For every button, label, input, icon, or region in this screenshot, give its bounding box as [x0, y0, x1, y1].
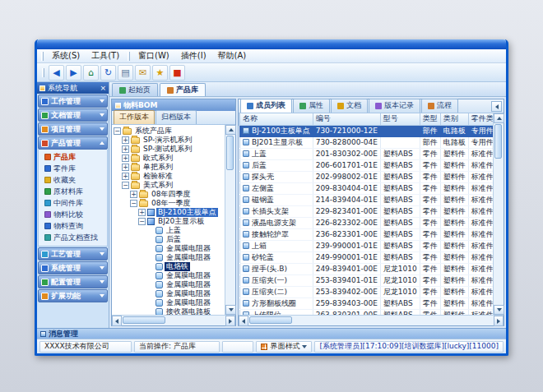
- sidebar-group-7[interactable]: 配置管理: [38, 275, 108, 288]
- list-view-button[interactable]: ▤: [118, 65, 133, 81]
- expander-plus-icon[interactable]: +: [122, 164, 129, 171]
- sidebar-group-3[interactable]: 项目管理: [38, 122, 108, 136]
- mail-button[interactable]: ✉: [135, 65, 151, 81]
- table-row[interactable]: 液晶电源支架226-823302-00E塑料ABS零件塑料件标准件外协条: [239, 217, 494, 228]
- sidebar-item[interactable]: 原材料库: [39, 186, 107, 197]
- table-vertical-scrollbar[interactable]: [493, 113, 504, 315]
- tree-node[interactable]: −美式系列: [112, 181, 225, 190]
- scroll-down-icon[interactable]: [494, 305, 504, 315]
- table-row[interactable]: BJ201主显示板730-828000-04E部件电路板专用件外协颗: [239, 136, 494, 148]
- tree-node[interactable]: +欧式系列: [112, 154, 225, 163]
- column-header-6[interactable]: 零件类型: [468, 113, 493, 125]
- scroll-down-icon[interactable]: [225, 305, 236, 315]
- sidebar-group-6[interactable]: 系统管理: [38, 261, 108, 274]
- column-header-4[interactable]: 类型: [420, 113, 440, 125]
- table-row[interactable]: 长插头支架229-823401-00E塑料ABS零件塑料件标准件外协条: [239, 205, 494, 217]
- menu-item-3[interactable]: 窗口(W): [132, 49, 175, 62]
- sidebar-group-8[interactable]: 扩展功能: [38, 289, 108, 302]
- tree-node[interactable]: −系统产品库: [112, 127, 225, 136]
- sidebar-item[interactable]: 物料比较: [39, 209, 107, 220]
- refresh-button[interactable]: ↻: [100, 65, 116, 81]
- tree-node[interactable]: 金属膜电阻器: [112, 253, 225, 262]
- tree-node[interactable]: 金属膜电阻器: [112, 280, 225, 289]
- tree-node[interactable]: +检验标准: [112, 172, 225, 181]
- sidebar-group-2[interactable]: 文档管理: [38, 108, 108, 122]
- tree-node[interactable]: 接收器电路板: [112, 307, 225, 315]
- sidebar-item[interactable]: 产品文档查找: [39, 232, 107, 243]
- scroll-up-icon[interactable]: [494, 113, 504, 123]
- table-row[interactable]: 上箱239-990001-01E塑料ABS零件塑料件标准件外协条: [239, 240, 494, 251]
- tree-node[interactable]: 金属膜电阻器: [112, 289, 225, 298]
- back-button[interactable]: ◀: [49, 65, 64, 81]
- tree-node[interactable]: 后盖: [112, 235, 225, 244]
- collapse-panel-button[interactable]: [491, 101, 502, 112]
- scroll-right-icon[interactable]: [225, 316, 235, 326]
- expander-minus-icon[interactable]: −: [130, 200, 137, 207]
- tree-node[interactable]: −BJ20主显示板: [112, 217, 225, 226]
- tree-horizontal-scrollbar[interactable]: [112, 315, 235, 325]
- tree-node[interactable]: 电烙铁: [112, 262, 225, 271]
- column-header-3[interactable]: 型号: [380, 113, 420, 125]
- sidebar-item[interactable]: 物料查询: [39, 220, 107, 232]
- table-scrollbar-thumb[interactable]: [494, 124, 502, 159]
- expander-plus-icon[interactable]: +: [122, 173, 129, 180]
- window-titlebar[interactable]: [37, 39, 506, 49]
- table-row[interactable]: BJ-2100主板单点730-721000-12E部件电路板专用件外协: [239, 125, 494, 136]
- detail-tab-4[interactable]: 版本记录: [369, 99, 420, 113]
- tree-node[interactable]: +SP-演示机系列: [112, 136, 225, 145]
- table-horizontal-scrollbar[interactable]: [239, 315, 504, 325]
- tree-node[interactable]: +SP-测试机系列: [112, 145, 225, 154]
- table-row[interactable]: 后盖206-601701-01E塑料ABS零件塑料件标准件外协条: [239, 159, 494, 171]
- expander-minus-icon[interactable]: −: [138, 218, 146, 225]
- table-row[interactable]: 接触轮护罩236-823301-00E塑料ABS零件塑料件标准件外协条: [239, 228, 494, 240]
- expander-plus-icon[interactable]: +: [122, 145, 129, 153]
- menu-item-5[interactable]: 帮助(A): [212, 49, 253, 62]
- forward-button[interactable]: ▶: [66, 65, 81, 81]
- favorite-button[interactable]: ★: [152, 65, 168, 81]
- detail-tab-1[interactable]: 成员列表: [240, 99, 292, 113]
- column-header-2[interactable]: 编号: [313, 113, 380, 125]
- scroll-left-icon[interactable]: [239, 316, 248, 326]
- expander-plus-icon[interactable]: +: [122, 154, 129, 162]
- sidebar-group-1[interactable]: 工作管理: [38, 95, 108, 108]
- tree-node[interactable]: +单把系列: [112, 163, 225, 172]
- sidebar-group-5[interactable]: 工艺管理: [38, 247, 108, 261]
- scroll-left-icon[interactable]: [112, 316, 122, 326]
- expander-plus-icon[interactable]: +: [130, 191, 137, 198]
- table-row[interactable]: 方形翻板线圈259-839403-00E塑料ABS零件塑料件标准件外协条: [239, 297, 494, 309]
- tree-scrollbar-thumb[interactable]: [226, 136, 234, 170]
- menu-item-4[interactable]: 插件(I): [175, 49, 212, 62]
- doc-tab-1[interactable]: 起始页: [112, 83, 158, 96]
- scroll-up-icon[interactable]: [225, 125, 236, 135]
- sidebar-item[interactable]: 收藏夹: [39, 174, 107, 186]
- bom-version-tab-2[interactable]: 归档版本: [155, 110, 197, 124]
- expander-minus-icon[interactable]: −: [122, 182, 129, 189]
- table-row[interactable]: 捏手(头.B)249-839401-00E尼龙1010零件塑料件标准件外协个: [239, 263, 494, 274]
- tree-scrollbar-track[interactable]: [225, 135, 235, 305]
- tree-hscrollbar-thumb[interactable]: [123, 316, 165, 324]
- tree-node[interactable]: +08年四季度: [112, 190, 225, 199]
- sidebar-item[interactable]: 产品库: [39, 151, 107, 163]
- expander-plus-icon[interactable]: +: [138, 209, 146, 216]
- detail-tab-2[interactable]: 属性: [293, 99, 330, 113]
- message-panel-bar[interactable]: 消息管理: [37, 328, 506, 339]
- sidebar-group-4[interactable]: 产品管理: [38, 136, 108, 150]
- menu-item-1[interactable]: 系统(S): [46, 49, 86, 62]
- table-row[interactable]: 磁钢盖214-839404-01E塑料ABS零件塑料件标准件外协条: [239, 194, 494, 205]
- tree-node[interactable]: 上盖: [112, 226, 225, 235]
- sidebar-close-icon[interactable]: ×: [100, 85, 106, 92]
- table-row[interactable]: 压缩夹(一)253-839401-01E尼龙1010零件塑料件标准件外协条: [239, 274, 494, 286]
- sidebar-item[interactable]: 零件库: [39, 163, 107, 174]
- tree-hscrollbar-track[interactable]: [122, 316, 225, 325]
- table-row[interactable]: 上传限位263-830301-00E塑料ABS零件塑料件标准件外协条: [239, 309, 494, 315]
- table-row[interactable]: 左侧盖209-830404-01E塑料ABS零件塑料件标准件外协条: [239, 182, 494, 194]
- tree-node[interactable]: 金属膜电阻器: [112, 244, 225, 253]
- tree-node[interactable]: 金属膜电阻器: [112, 298, 225, 307]
- table-hscrollbar-track[interactable]: [248, 316, 494, 325]
- expander-minus-icon[interactable]: −: [114, 127, 121, 135]
- table-row[interactable]: 上盖201-830302-00E塑料ABS零件塑料件标准件外协条: [239, 148, 494, 159]
- tree-node[interactable]: 金属膜电阻器: [112, 271, 225, 280]
- table-row[interactable]: 压缩夹(二)253-839402-00E尼龙1010零件塑料件标准件外协条: [239, 286, 494, 297]
- ui-style-selector[interactable]: 界面样式: [256, 341, 312, 353]
- column-header-1[interactable]: 名称: [240, 113, 313, 125]
